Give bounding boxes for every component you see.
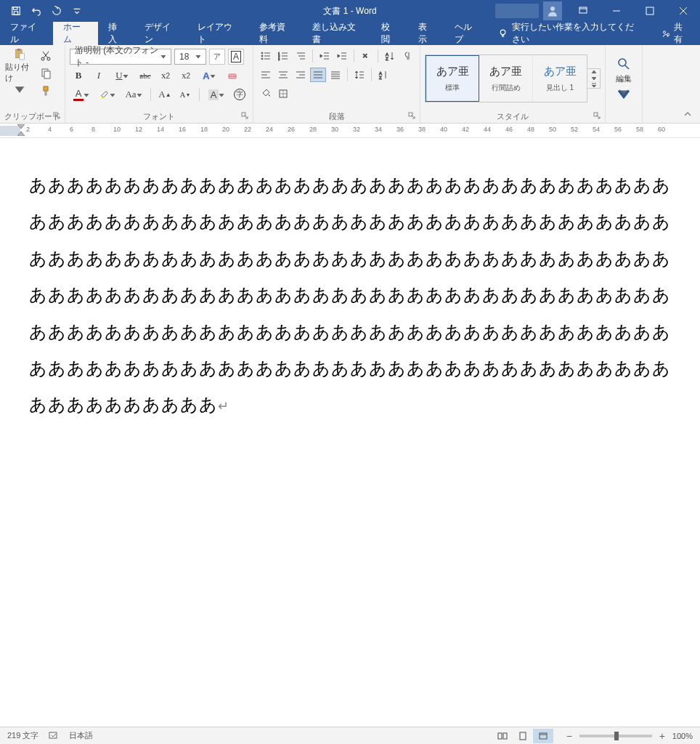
change-case-button[interactable]: Aa	[122, 86, 145, 102]
sort-az-button[interactable]: AZ	[375, 68, 391, 82]
tab-insert[interactable]: 挿入	[98, 22, 135, 45]
svg-rect-19	[44, 86, 48, 91]
align-center-button[interactable]	[275, 68, 291, 82]
gallery-up-button[interactable]	[587, 69, 600, 76]
document-page[interactable]: ああああああああああああああああああああああああああああああああああああああああ…	[0, 138, 700, 727]
zoom-slider[interactable]	[579, 735, 652, 737]
align-left-button[interactable]	[258, 68, 274, 82]
zoom-percent[interactable]: 100%	[672, 732, 693, 740]
bullets-button[interactable]	[258, 49, 274, 63]
font-dialog-launcher[interactable]	[241, 112, 250, 121]
collapse-ribbon-button[interactable]	[680, 108, 696, 120]
copy-button[interactable]	[38, 66, 54, 81]
asian-layout-button[interactable]: ✕	[358, 49, 374, 63]
phonetic-guide-button[interactable]: ア	[209, 49, 225, 65]
tab-design[interactable]: デザイン	[134, 22, 187, 45]
horizontal-ruler[interactable]: 2468101214161820222426283032343638404244…	[0, 124, 700, 138]
bold-button[interactable]: B	[70, 68, 87, 84]
font-color-button[interactable]: A	[70, 86, 93, 102]
tab-view[interactable]: 表示	[408, 22, 445, 45]
shrink-font-button[interactable]: A▼	[176, 86, 194, 102]
numbering-button[interactable]: 123	[275, 49, 291, 63]
print-layout-button[interactable]	[513, 729, 533, 743]
font-name-combo[interactable]: 游明朝 (本文のフォント -	[70, 49, 171, 65]
close-button[interactable]	[667, 0, 700, 22]
share-button[interactable]: 共有	[651, 22, 700, 45]
gallery-down-button[interactable]	[587, 76, 600, 82]
zoom-slider-thumb[interactable]	[614, 732, 619, 740]
clear-format-button[interactable]	[224, 68, 241, 84]
tab-review[interactable]: 校閲	[371, 22, 408, 45]
format-painter-button[interactable]	[38, 84, 54, 98]
borders-button[interactable]	[275, 86, 291, 101]
undo-button[interactable]	[26, 0, 46, 22]
ruler-tick: 32	[353, 126, 360, 133]
styles-dialog-launcher[interactable]	[593, 112, 602, 121]
web-layout-button[interactable]	[533, 729, 553, 743]
tell-me-search[interactable]: 実行したい作業を入力してください	[489, 22, 651, 45]
line-spacing-button[interactable]	[351, 68, 367, 82]
enclose-chars-button[interactable]: 字	[231, 86, 248, 102]
highlight-button[interactable]	[96, 86, 119, 102]
increase-indent-button[interactable]	[334, 49, 350, 63]
ruler-tick: 44	[484, 126, 491, 133]
tab-home[interactable]: ホーム	[53, 22, 98, 45]
read-mode-button[interactable]	[492, 729, 513, 743]
language-indicator[interactable]: 日本語	[69, 730, 93, 741]
multilevel-list-button[interactable]	[293, 49, 309, 63]
font-size-combo[interactable]: 18	[174, 49, 206, 65]
find-button[interactable]: 編集	[610, 54, 638, 103]
indent-marker[interactable]	[17, 124, 25, 137]
tab-mailings[interactable]: 差し込み文書	[302, 22, 372, 45]
superscript-button[interactable]: x2	[177, 68, 195, 84]
distribute-button[interactable]	[327, 68, 343, 82]
save-button[interactable]	[6, 0, 26, 22]
style-no-spacing[interactable]: あア亜 行間詰め	[479, 55, 533, 102]
tab-help[interactable]: ヘルプ	[444, 22, 489, 45]
qat-customize-button[interactable]	[67, 0, 87, 22]
spell-check-icon[interactable]	[49, 730, 59, 742]
tab-file[interactable]: ファイル	[0, 22, 53, 45]
user-name-placeholder[interactable]	[495, 4, 539, 18]
align-right-button[interactable]	[293, 68, 309, 82]
minimize-button[interactable]	[600, 0, 633, 22]
group-font: 游明朝 (本文のフォント - 18 ア A B I U abc x2 x2 A …	[65, 45, 253, 123]
group-paragraph: 123 ✕ AZ AZ	[253, 45, 420, 123]
redo-button[interactable]	[46, 0, 67, 22]
char-border-button[interactable]: A	[228, 49, 244, 65]
italic-button[interactable]: I	[90, 68, 107, 84]
strikethrough-button[interactable]: abc	[137, 68, 154, 84]
ribbon-display-options-button[interactable]	[566, 0, 600, 22]
paragraph-dialog-launcher[interactable]	[408, 112, 417, 121]
word-count[interactable]: 219 文字	[7, 730, 38, 741]
cut-button[interactable]	[38, 49, 54, 63]
svg-line-76	[625, 65, 629, 69]
style-normal[interactable]: あア亜 標準	[426, 55, 479, 102]
gallery-more-button[interactable]	[587, 82, 600, 88]
subscript-button[interactable]: x2	[157, 68, 174, 84]
decrease-indent-button[interactable]	[317, 49, 333, 63]
char-shading-button[interactable]: A	[205, 86, 228, 102]
paragraph-group-label: 段落	[329, 111, 345, 122]
sort-button[interactable]: AZ	[382, 49, 398, 63]
justify-button[interactable]	[310, 68, 326, 82]
tab-references[interactable]: 参考資料	[249, 22, 302, 45]
shading-button[interactable]	[258, 86, 274, 101]
zoom-in-button[interactable]: +	[656, 730, 668, 742]
clipboard-dialog-launcher[interactable]	[53, 112, 62, 121]
maximize-button[interactable]	[633, 0, 667, 22]
underline-button[interactable]: U	[110, 68, 134, 84]
view-buttons	[492, 729, 553, 743]
ruler-tick: 28	[309, 126, 317, 133]
grow-font-button[interactable]: A▲	[156, 86, 174, 102]
style-heading1[interactable]: あア亜 見出し 1	[533, 55, 587, 102]
user-avatar[interactable]	[543, 1, 562, 20]
document-body-text[interactable]: ああああああああああああああああああああああああああああああああああああああああ…	[29, 167, 678, 424]
show-marks-button[interactable]	[399, 49, 415, 63]
zoom-out-button[interactable]: −	[563, 730, 575, 742]
group-edit: 編集	[606, 45, 643, 123]
paste-button[interactable]: 貼り付け	[4, 47, 35, 97]
group-clipboard: 貼り付け クリップボード	[0, 45, 65, 123]
tab-layout[interactable]: レイアウト	[187, 22, 248, 45]
text-effects-button[interactable]: A	[198, 68, 221, 84]
